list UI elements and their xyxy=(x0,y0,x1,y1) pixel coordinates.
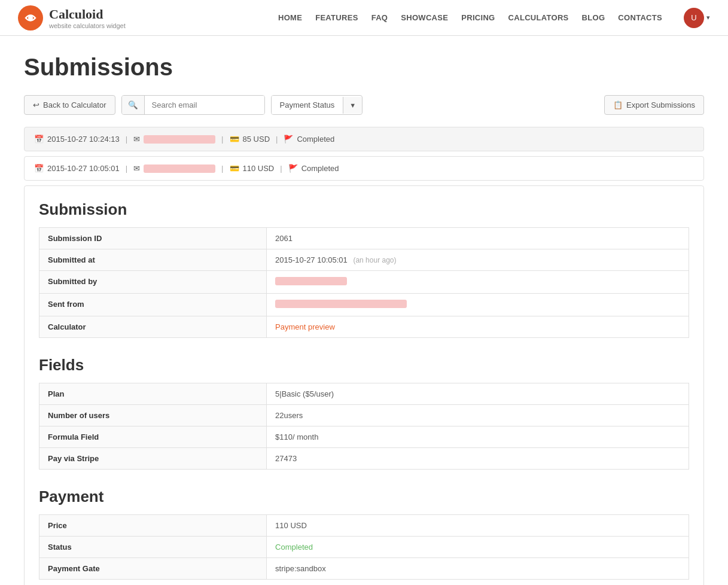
back-arrow-icon: ↩ xyxy=(33,100,39,109)
label-sent-from: Sent from xyxy=(39,294,267,316)
label-status: Status xyxy=(39,537,267,558)
table-row-users: Number of users 22users xyxy=(39,405,689,426)
value-submitted-by xyxy=(267,271,689,294)
page-title: Submissions xyxy=(24,54,704,81)
nav-home[interactable]: HOME xyxy=(278,13,302,22)
search-input[interactable] xyxy=(145,96,264,114)
sent-from-blurred xyxy=(275,300,407,308)
calendar-icon-2: 📅 xyxy=(34,164,44,173)
nav-links: HOME FEATURES FAQ SHOWCASE PRICING CALCU… xyxy=(278,8,710,28)
payment-status-filter: Payment Status ▼ xyxy=(271,95,363,115)
table-row-sent-from: Sent from xyxy=(39,294,689,316)
value-stripe: 27473 xyxy=(267,448,689,470)
fields-table: Plan 5|Basic ($5/user) Number of users 2… xyxy=(39,383,689,470)
label-users: Number of users xyxy=(39,405,267,426)
payment-icon-1: 💳 xyxy=(230,135,239,144)
label-submitted-at: Submitted at xyxy=(39,249,267,271)
submission-date-2: 2015-10-27 10:05:01 xyxy=(47,164,120,173)
table-row-formula: Formula Field $110/ month xyxy=(39,426,689,448)
submission-section-title: Submission xyxy=(39,200,689,219)
calculator-link[interactable]: Payment preview xyxy=(275,322,335,331)
value-submitted-at: 2015-10-27 10:05:01 (an hour ago) xyxy=(267,249,689,271)
table-row-calculator: Calculator Payment preview xyxy=(39,316,689,338)
label-submitted-by: Submitted by xyxy=(39,271,267,294)
nav-pricing[interactable]: PRICING xyxy=(461,13,495,22)
payment-table: Price 110 USD Status Completed Payment G… xyxy=(39,514,689,580)
table-row-status: Status Completed xyxy=(39,537,689,558)
submitted-at-value: 2015-10-27 10:05:01 xyxy=(275,255,348,264)
brand-logo[interactable]: Calculoid website calculators widget xyxy=(18,5,126,31)
svg-point-1 xyxy=(28,16,33,20)
export-button[interactable]: 📋 Export Submissions xyxy=(604,95,704,115)
email-blurred-2 xyxy=(144,164,215,173)
status-icon-2: 🚩 xyxy=(288,164,298,173)
value-payment-gate: stripe:sandbox xyxy=(267,558,689,580)
payment-status-label: Payment Status xyxy=(272,96,343,114)
back-button[interactable]: ↩ Back to Calculator xyxy=(24,95,115,115)
payment-status-dropdown-arrow: ▼ xyxy=(343,97,362,114)
value-price: 110 USD xyxy=(267,515,689,537)
email-blurred-1 xyxy=(144,135,215,144)
value-calculator: Payment preview xyxy=(267,316,689,338)
brand-tagline: website calculators widget xyxy=(49,22,126,29)
nav-faq[interactable]: FAQ xyxy=(371,13,388,22)
submission-row-1[interactable]: 📅 2015-10-27 10:24:13 | ✉ | 💳 85 USD | 🚩… xyxy=(24,127,704,151)
value-sent-from xyxy=(267,294,689,316)
table-row-submitted-by: Submitted by xyxy=(39,271,689,294)
table-row-plan: Plan 5|Basic ($5/user) xyxy=(39,383,689,405)
fields-section-title: Fields xyxy=(39,356,689,374)
label-submission-id: Submission ID xyxy=(39,228,267,249)
table-row-price: Price 110 USD xyxy=(39,515,689,537)
back-button-label: Back to Calculator xyxy=(43,100,106,109)
table-row-id: Submission ID 2061 xyxy=(39,228,689,249)
detail-panel: Submission Submission ID 2061 Submitted … xyxy=(24,185,704,585)
main-content: Submissions ↩ Back to Calculator 🔍 Payme… xyxy=(0,36,728,585)
submission-status-1: Completed xyxy=(297,135,334,144)
search-icon-button[interactable]: 🔍 xyxy=(122,96,145,114)
payment-icon-2: 💳 xyxy=(230,164,239,173)
value-formula: $110/ month xyxy=(267,426,689,448)
submitted-by-blurred xyxy=(275,277,347,285)
value-status: Completed xyxy=(267,537,689,558)
logo-icon xyxy=(18,5,43,31)
label-stripe: Pay via Stripe xyxy=(39,448,267,470)
nav-contacts[interactable]: CONTACTS xyxy=(618,13,662,22)
submission-status-2: Completed xyxy=(301,164,339,173)
email-icon-1: ✉ xyxy=(133,135,140,144)
status-icon-1: 🚩 xyxy=(284,135,293,144)
label-formula: Formula Field xyxy=(39,426,267,448)
value-users: 22users xyxy=(267,405,689,426)
table-row-stripe: Pay via Stripe 27473 xyxy=(39,448,689,470)
nav-calculators[interactable]: CALCULATORS xyxy=(508,13,569,22)
value-plan: 5|Basic ($5/user) xyxy=(267,383,689,405)
submission-amount-1: 85 USD xyxy=(243,135,270,144)
avatar[interactable]: U xyxy=(684,8,704,28)
payment-section-title: Payment xyxy=(39,488,689,506)
label-price: Price xyxy=(39,515,267,537)
nav-showcase[interactable]: SHOWCASE xyxy=(401,13,448,22)
nav-blog[interactable]: BLOG xyxy=(582,13,605,22)
label-plan: Plan xyxy=(39,383,267,405)
email-icon-2: ✉ xyxy=(133,164,140,173)
label-payment-gate: Payment Gate xyxy=(39,558,267,580)
submission-date-1: 2015-10-27 10:24:13 xyxy=(47,135,120,144)
calendar-icon-1: 📅 xyxy=(34,135,44,144)
nav-features[interactable]: FEATURES xyxy=(315,13,358,22)
avatar-dropdown-arrow: ▾ xyxy=(706,14,710,22)
search-wrap: 🔍 xyxy=(121,95,265,115)
submission-table: Submission ID 2061 Submitted at 2015-10-… xyxy=(39,227,689,338)
toolbar: ↩ Back to Calculator 🔍 Payment Status ▼ … xyxy=(24,95,704,115)
brand-name: Calculoid xyxy=(49,7,126,22)
label-calculator: Calculator xyxy=(39,316,267,338)
table-row-submitted-at: Submitted at 2015-10-27 10:05:01 (an hou… xyxy=(39,249,689,271)
submission-row-2[interactable]: 📅 2015-10-27 10:05:01 | ✉ | 💳 110 USD | … xyxy=(24,156,704,181)
export-label: Export Submissions xyxy=(626,100,695,109)
status-badge: Completed xyxy=(275,543,313,552)
export-icon: 📋 xyxy=(613,100,623,109)
time-ago: (an hour ago) xyxy=(353,256,396,264)
search-icon: 🔍 xyxy=(128,100,138,109)
table-row-payment-gate: Payment Gate stripe:sandbox xyxy=(39,558,689,580)
user-menu[interactable]: U ▾ xyxy=(675,8,710,28)
navbar: Calculoid website calculators widget HOM… xyxy=(0,0,728,36)
submission-amount-2: 110 USD xyxy=(243,164,275,173)
